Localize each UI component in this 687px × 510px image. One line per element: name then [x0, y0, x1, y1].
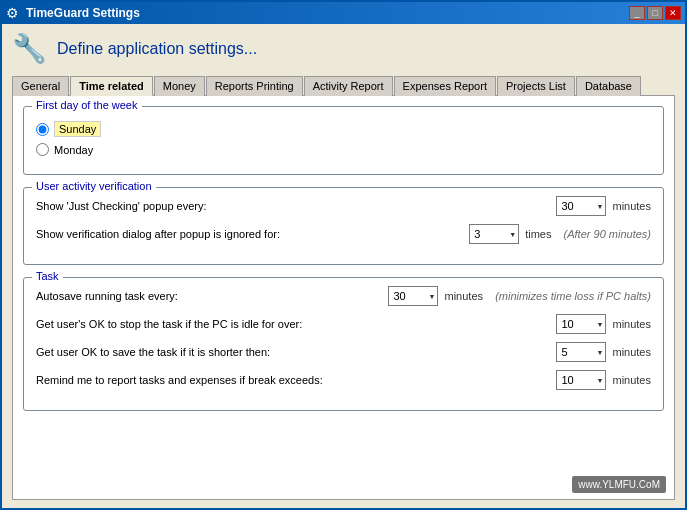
popup-interval-label: Show 'Just Checking' popup every: [36, 200, 556, 212]
idle-controls: 10 5 15 30 minutes [556, 314, 651, 334]
autosave-controls: 30 10 15 60 minutes (minimizes time loss… [388, 286, 651, 306]
content-area: 🔧 Define application settings... General… [2, 24, 685, 508]
verification-dialog-unit: times [525, 228, 551, 240]
first-day-legend: First day of the week [32, 99, 142, 111]
short-task-unit: minutes [612, 346, 651, 358]
tab-expenses-report[interactable]: Expenses Report [394, 76, 496, 96]
radio-sunday-item: Sunday [36, 121, 651, 137]
task-legend: Task [32, 270, 63, 282]
settings-icon: 🔧 [12, 32, 47, 65]
autosave-unit: minutes [444, 290, 483, 302]
short-task-label: Get user OK to save the task if it is sh… [36, 346, 556, 358]
first-day-radio-group: Sunday Monday [36, 121, 651, 156]
idle-label: Get user's OK to stop the task if the PC… [36, 318, 556, 330]
idle-dropdown-wrapper: 10 5 15 30 [556, 314, 606, 334]
tab-money[interactable]: Money [154, 76, 205, 96]
first-day-group: First day of the week Sunday Monday [23, 106, 664, 175]
radio-sunday[interactable] [36, 123, 49, 136]
watermark: www.YLMFU.CoM [572, 476, 666, 493]
popup-interval-unit: minutes [612, 200, 651, 212]
header-section: 🔧 Define application settings... [12, 32, 675, 65]
break-reminder-controls: 10 5 15 30 minutes [556, 370, 651, 390]
autosave-note: (minimizes time loss if PC halts) [489, 290, 651, 302]
tab-time-related[interactable]: Time related [70, 76, 153, 96]
autosave-label: Autosave running task every: [36, 290, 388, 302]
tabs-container: General Time related Money Reports Print… [12, 75, 675, 96]
app-icon: ⚙ [6, 5, 22, 21]
tab-reports-printing[interactable]: Reports Printing [206, 76, 303, 96]
radio-sunday-label: Sunday [54, 121, 101, 137]
popup-interval-controls: 30 15 45 60 minutes [556, 196, 651, 216]
minimize-button[interactable]: _ [629, 6, 645, 20]
break-reminder-dropdown-wrapper: 10 5 15 30 [556, 370, 606, 390]
break-reminder-unit: minutes [612, 374, 651, 386]
tab-projects-list[interactable]: Projects List [497, 76, 575, 96]
popup-interval-dropdown-wrapper: 30 15 45 60 [556, 196, 606, 216]
radio-monday-item: Monday [36, 143, 651, 156]
close-button[interactable]: ✕ [665, 6, 681, 20]
autosave-row: Autosave running task every: 30 10 15 60… [36, 286, 651, 306]
short-task-controls: 5 1 3 10 minutes [556, 342, 651, 362]
tab-database[interactable]: Database [576, 76, 641, 96]
break-reminder-label: Remind me to report tasks and expenses i… [36, 374, 556, 386]
radio-monday[interactable] [36, 143, 49, 156]
main-window: ⚙ TimeGuard Settings _ □ ✕ 🔧 Define appl… [0, 0, 687, 510]
verification-dialog-note: (After 90 minutes) [557, 228, 651, 240]
verification-dialog-controls: 3 1 2 5 times (After 90 minutes) [469, 224, 651, 244]
task-group: Task Autosave running task every: 30 10 … [23, 277, 664, 411]
verification-dialog-label: Show verification dialog after popup is … [36, 228, 469, 240]
title-bar-left: ⚙ TimeGuard Settings [6, 5, 140, 21]
verification-dialog-dropdown[interactable]: 3 1 2 5 [469, 224, 519, 244]
title-bar-controls: _ □ ✕ [629, 6, 681, 20]
tab-general[interactable]: General [12, 76, 69, 96]
radio-monday-label: Monday [54, 144, 93, 156]
user-activity-group: User activity verification Show 'Just Ch… [23, 187, 664, 265]
break-reminder-row: Remind me to report tasks and expenses i… [36, 370, 651, 390]
idle-unit: minutes [612, 318, 651, 330]
user-activity-legend: User activity verification [32, 180, 156, 192]
idle-dropdown[interactable]: 10 5 15 30 [556, 314, 606, 334]
tab-panel: First day of the week Sunday Monday User… [12, 96, 675, 500]
title-bar: ⚙ TimeGuard Settings _ □ ✕ [2, 2, 685, 24]
short-task-dropdown[interactable]: 5 1 3 10 [556, 342, 606, 362]
tab-activity-report[interactable]: Activity Report [304, 76, 393, 96]
break-reminder-dropdown[interactable]: 10 5 15 30 [556, 370, 606, 390]
window-title: TimeGuard Settings [26, 6, 140, 20]
popup-interval-row: Show 'Just Checking' popup every: 30 15 … [36, 196, 651, 216]
verification-dialog-dropdown-wrapper: 3 1 2 5 [469, 224, 519, 244]
idle-row: Get user's OK to stop the task if the PC… [36, 314, 651, 334]
maximize-button[interactable]: □ [647, 6, 663, 20]
verification-dialog-row: Show verification dialog after popup is … [36, 224, 651, 244]
popup-interval-dropdown[interactable]: 30 15 45 60 [556, 196, 606, 216]
short-task-dropdown-wrapper: 5 1 3 10 [556, 342, 606, 362]
autosave-dropdown-wrapper: 30 10 15 60 [388, 286, 438, 306]
short-task-row: Get user OK to save the task if it is sh… [36, 342, 651, 362]
autosave-dropdown[interactable]: 30 10 15 60 [388, 286, 438, 306]
page-title: Define application settings... [57, 40, 257, 58]
